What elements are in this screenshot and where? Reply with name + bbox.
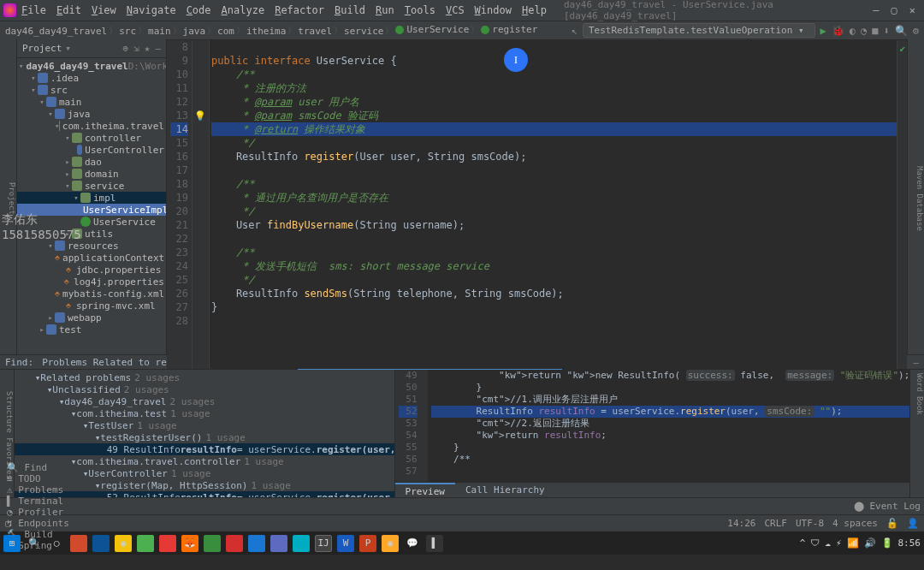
app-icon[interactable] (159, 535, 176, 552)
tool-problems-button[interactable]: ⚠ Problems (3, 484, 73, 496)
breadcrumb-item[interactable]: travel (298, 25, 344, 37)
tray-chevron-icon[interactable]: ^ (800, 537, 806, 549)
select-opened-icon[interactable]: ⊕ (123, 43, 129, 54)
collapse-all-icon[interactable]: ★ (145, 43, 151, 54)
breadcrumb-item[interactable]: itheima (246, 25, 298, 37)
breadcrumb-item[interactable]: com (217, 25, 246, 37)
menu-build[interactable]: Build (335, 4, 365, 16)
find-result-item[interactable]: 49 ResultInfo resultInfo = userService.r… (15, 443, 394, 455)
ide-settings-icon[interactable]: ⚙ (913, 25, 919, 37)
tool-profiler-button[interactable]: ◔ Profiler (3, 507, 73, 518)
tool-endpoints-button[interactable]: ↯ Endpoints (3, 518, 73, 529)
find-result-item[interactable]: ▾Related problems2 usages (15, 371, 394, 383)
status-indicator-icon[interactable]: ▢ (5, 518, 11, 529)
menu-view[interactable]: View (92, 4, 116, 16)
ppt-icon[interactable]: P (359, 535, 376, 552)
menu-vcs[interactable]: VCS (446, 4, 465, 16)
tree-item[interactable]: ▸domain (17, 168, 166, 180)
debug-icon[interactable]: 🐞 (832, 25, 844, 37)
menu-analyze[interactable]: Analyze (222, 4, 265, 16)
menu-run[interactable]: Run (376, 4, 394, 16)
tree-item[interactable]: ▾resources (17, 240, 166, 252)
app-icon[interactable] (226, 535, 243, 552)
profile-icon[interactable]: ◔ (861, 25, 867, 37)
file-encoding[interactable]: UTF-8 (796, 518, 824, 529)
git-update-icon[interactable]: ⬇ (884, 25, 890, 37)
tray-icon[interactable]: 🛡 (810, 537, 820, 549)
tree-item[interactable]: ▾controller (17, 132, 166, 144)
tree-item[interactable]: ▸test (17, 324, 166, 335)
breadcrumb-item[interactable]: src (119, 25, 148, 37)
maximize-icon[interactable]: ▢ (891, 4, 897, 16)
menu-window[interactable]: Window (475, 4, 512, 16)
main-menu[interactable]: FileEditViewNavigateCodeAnalyzeRefactorB… (21, 4, 547, 16)
menu-refactor[interactable]: Refactor (275, 4, 324, 16)
tree-item[interactable]: ⬘jdbc.properties (17, 264, 166, 276)
menu-edit[interactable]: Edit (56, 4, 81, 16)
tray-icon[interactable]: 🔋 (881, 537, 893, 549)
firefox-icon[interactable]: 🦊 (181, 535, 198, 552)
tool-todo-button[interactable]: ≡ TODO (3, 473, 73, 484)
source-code[interactable]: public interface UserService { /** * 注册的… (210, 40, 897, 369)
breadcrumbs[interactable]: day46_day49_travelsrcmainjavacomitheimat… (5, 24, 541, 38)
terminal-icon[interactable]: ▌ (426, 535, 443, 552)
typora-icon[interactable] (248, 535, 265, 552)
expand-all-icon[interactable]: ⇲ (133, 43, 139, 54)
preview-tab[interactable]: Call Hierarchy (455, 483, 555, 497)
tree-item[interactable]: UserService (17, 216, 166, 228)
menu-navigate[interactable]: Navigate (127, 4, 176, 16)
app-icon[interactable] (92, 535, 110, 552)
tray-icon[interactable]: ☁ (825, 537, 831, 549)
menu-tools[interactable]: Tools (405, 4, 435, 16)
tray-icon[interactable]: 🔊 (864, 537, 876, 549)
os-taskbar[interactable]: ⊞ 🔍 ◯ ◉ 🦊 IJ W P ◉ 💬 ▌ ^ 🛡 ☁ ⚡ 📶 🔊 🔋 8:5… (0, 531, 924, 555)
minimize-icon[interactable]: — (873, 4, 879, 16)
menu-code[interactable]: Code (187, 4, 211, 16)
hide-icon[interactable]: — (155, 43, 161, 54)
tree-item[interactable]: ▾.idea (17, 72, 166, 84)
indent-config[interactable]: 4 spaces (832, 518, 878, 529)
tool-terminal-button[interactable]: ▌ Terminal (3, 496, 73, 507)
tree-item[interactable]: ⬘spring-mvc.xml (17, 300, 166, 312)
chrome-icon[interactable]: ◉ (115, 535, 132, 552)
preview-tab[interactable]: Preview (395, 483, 455, 497)
breadcrumb-item[interactable]: UserService (395, 24, 481, 36)
app-icon[interactable]: ◉ (382, 535, 399, 552)
app-icon[interactable] (293, 535, 310, 552)
project-tree[interactable]: ▾day46_day49_travel D:\WorkSpace\d...▾.i… (17, 58, 166, 337)
preview-source[interactable]: "kw">return "kw">new ResultInfo( success… (428, 370, 910, 482)
close-icon[interactable]: ✕ (909, 4, 915, 16)
search-everywhere-icon[interactable]: 🔍 (895, 25, 908, 37)
tray-icon[interactable]: ⚡ (836, 537, 842, 549)
tray-icon[interactable]: 📶 (847, 537, 859, 549)
preview-tabs[interactable]: PreviewCall Hierarchy (395, 482, 910, 497)
tree-item[interactable]: ⬘applicationContext.xml (17, 252, 166, 264)
readonly-icon[interactable]: 🔓 (886, 518, 898, 529)
breadcrumb-item[interactable]: main (148, 25, 183, 37)
menu-help[interactable]: Help (522, 4, 547, 16)
tree-item[interactable]: UserServiceImpl (17, 204, 166, 216)
start-icon[interactable]: ⊞ (3, 535, 21, 552)
inspection-icon[interactable]: 👤 (907, 518, 919, 529)
tree-item[interactable]: ▾com.itheima.travel (17, 120, 166, 132)
find-hide-icon[interactable]: — (913, 357, 919, 368)
tool-find-button[interactable]: 🔍 Find (3, 462, 73, 473)
tree-item[interactable]: ▾service (17, 180, 166, 192)
breadcrumb-item[interactable]: service (344, 25, 395, 37)
app-icon[interactable] (70, 535, 87, 552)
run-icon[interactable]: ▶ (820, 25, 826, 37)
app-icon[interactable]: 💬 (404, 535, 421, 552)
breadcrumb-item[interactable]: register (481, 24, 541, 35)
tree-item[interactable]: ▾impl (17, 192, 166, 204)
bottom-toolbar[interactable]: 🔍 Find≡ TODO⚠ Problems▌ Terminal◔ Profil… (0, 497, 924, 514)
coverage-icon[interactable]: ◐ (850, 25, 856, 37)
cortana-icon[interactable]: ◯ (48, 535, 65, 552)
find-result-item[interactable]: ▾testRegisterUser()1 usage (15, 431, 394, 443)
left-tool-gutter[interactable]: Project (0, 39, 17, 354)
event-log-button[interactable]: ⬤ Event Log (854, 501, 921, 512)
tree-item[interactable]: ⬘mybatis-config.xml (17, 288, 166, 300)
search-icon[interactable]: 🔍 (26, 535, 43, 552)
run-config-dropdown[interactable]: TestRedisTemplate.testValueOperation ▾ (583, 23, 815, 38)
tree-item[interactable]: UserController (17, 144, 166, 156)
clock[interactable]: 8:56 (898, 537, 921, 549)
